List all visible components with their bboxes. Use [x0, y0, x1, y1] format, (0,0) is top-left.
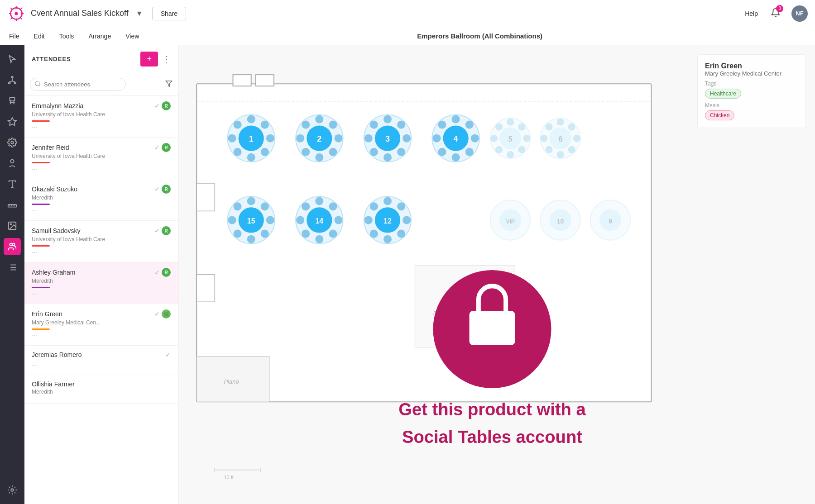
svg-point-11 — [9, 82, 10, 84]
attendee-name: Ollishia Farmer — [32, 380, 75, 388]
add-attendee-button[interactable]: + — [140, 52, 158, 67]
share-button[interactable]: Share — [152, 7, 186, 20]
svg-rect-47 — [197, 184, 215, 211]
piano-label: Piano — [224, 378, 239, 385]
toolbar-attendees-active[interactable] — [4, 238, 21, 255]
table-3[interactable]: 3 — [364, 114, 411, 162]
svg-point-126 — [234, 202, 242, 210]
svg-line-6 — [10, 8, 12, 10]
more-options-button[interactable]: ⋮ — [162, 54, 171, 65]
menu-view[interactable]: View — [124, 33, 141, 40]
toolbar-star[interactable] — [4, 113, 21, 130]
check-icon: ✓ — [154, 102, 160, 109]
table-6[interactable]: 6 — [540, 119, 580, 158]
svg-point-114 — [540, 135, 547, 142]
toolbar-person[interactable] — [4, 155, 21, 172]
svg-point-75 — [384, 115, 392, 123]
attendee-item[interactable]: Jennifer Reid ✓ R University of Iowa Hea… — [24, 138, 178, 179]
svg-point-120 — [261, 202, 269, 210]
svg-point-71 — [302, 121, 310, 129]
table-2[interactable]: 2 — [296, 114, 343, 162]
svg-point-97 — [507, 119, 514, 126]
svg-point-89 — [465, 148, 474, 156]
svg-point-125 — [228, 216, 236, 224]
help-link[interactable]: Help — [745, 10, 758, 17]
attendee-org: University of Iowa Health Care — [32, 153, 171, 159]
table-10[interactable]: 10 — [540, 200, 580, 240]
svg-point-78 — [397, 148, 405, 156]
attendee-dots: ··· — [32, 165, 171, 173]
toolbar-ruler[interactable] — [4, 196, 21, 214]
svg-point-66 — [334, 134, 342, 143]
attendee-icons: ✓ R — [154, 185, 171, 194]
svg-marker-20 — [8, 118, 16, 125]
attendee-item-active[interactable]: Ashley Graham ✓ R Meredith ··· — [24, 262, 178, 304]
attendee-org: Meredith — [32, 195, 171, 201]
attendee-org: Meredith — [32, 278, 171, 284]
search-wrap — [30, 78, 162, 91]
svg-point-142 — [397, 202, 405, 210]
svg-point-77 — [403, 134, 411, 143]
svg-text:12: 12 — [384, 217, 392, 225]
attendee-item[interactable]: Ollishia Farmer Meredith — [24, 375, 178, 404]
svg-point-104 — [495, 124, 503, 131]
tag-chicken: Chicken — [705, 110, 734, 120]
svg-point-88 — [471, 134, 479, 143]
reg-icon: 🌿 — [162, 309, 171, 319]
svg-point-57 — [247, 153, 255, 162]
app-title: Cvent Annual Sales Kickoff — [31, 9, 129, 18]
table-4[interactable]: 4 — [432, 114, 479, 162]
notifications-bell[interactable]: 3 — [771, 8, 781, 19]
toolbar-text[interactable] — [4, 176, 21, 193]
toolbar-settings-bottom[interactable] — [4, 481, 21, 499]
menu-file[interactable]: File — [7, 33, 21, 40]
tag-healthcare: Healthcare — [705, 89, 741, 99]
attendee-item[interactable]: Jeremias Romero ✓ ··· — [24, 346, 178, 375]
reg-icon: R — [162, 185, 171, 194]
tags-label: Tags — [705, 81, 798, 87]
scale-text: 10 ft — [224, 475, 233, 480]
attendee-icons: ✓ 🌿 — [154, 309, 171, 319]
attendee-bar — [32, 328, 50, 330]
attendee-item[interactable]: Emmalynn Mazzia ✓ R University of Iowa H… — [24, 96, 178, 138]
app-title-dropdown[interactable]: ▼ — [136, 10, 143, 18]
attendee-item[interactable]: Erin Green ✓ 🌿 Mary Greeley Medical Cen.… — [24, 304, 178, 346]
toolbar-cursor[interactable] — [4, 51, 21, 68]
panel-header: ATTENDEES + ⋮ — [24, 45, 178, 73]
table-14[interactable]: 14 — [296, 196, 343, 243]
svg-rect-162 — [470, 311, 515, 345]
svg-rect-48 — [197, 275, 215, 302]
user-avatar[interactable]: NF — [791, 5, 808, 22]
table-5[interactable]: 5 — [490, 119, 530, 158]
svg-point-124 — [234, 230, 242, 238]
table-vip[interactable]: VIP — [490, 200, 530, 240]
svg-point-101 — [507, 151, 514, 158]
toolbar-list[interactable] — [4, 259, 21, 276]
attendee-item[interactable]: Samuil Sadovsky ✓ R University of Iowa H… — [24, 221, 178, 262]
toolbar-chair[interactable] — [4, 92, 21, 109]
toolbar-settings[interactable] — [4, 134, 21, 151]
svg-point-86 — [452, 115, 460, 123]
menu-arrange[interactable]: Arrange — [86, 33, 113, 40]
svg-point-31 — [10, 223, 11, 225]
table-9[interactable]: 9 — [590, 200, 630, 240]
check-icon: ✓ — [165, 351, 171, 358]
svg-point-111 — [568, 146, 575, 153]
search-input[interactable] — [30, 78, 126, 91]
svg-text:14: 14 — [315, 217, 323, 225]
table-12[interactable]: 12 — [364, 196, 411, 243]
toolbar-image[interactable] — [4, 217, 21, 234]
table-1[interactable]: 1 — [227, 114, 274, 162]
menu-edit[interactable]: Edit — [32, 33, 47, 40]
menu-tools[interactable]: Tools — [58, 33, 76, 40]
filter-icon[interactable] — [165, 80, 173, 89]
toolbar-network[interactable] — [4, 71, 21, 89]
attendee-name: Emmalynn Mazzia — [32, 102, 83, 109]
svg-point-65 — [329, 121, 337, 129]
table-15[interactable]: 15 — [227, 196, 274, 243]
svg-point-64 — [315, 115, 323, 123]
svg-point-134 — [315, 235, 323, 243]
attendee-name: Erin Green — [32, 310, 62, 318]
attendee-icons: ✓ R — [154, 101, 171, 110]
attendee-item[interactable]: Okazaki Suzuko ✓ R Meredith ··· — [24, 179, 178, 221]
